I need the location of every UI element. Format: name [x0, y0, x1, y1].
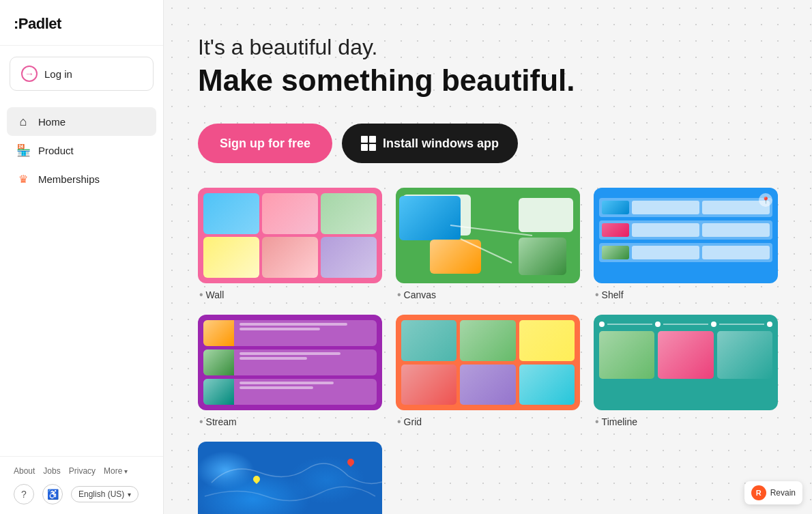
- wall-tile: [321, 237, 377, 278]
- wall-tile: [262, 237, 318, 278]
- language-button[interactable]: English (US) ▾: [71, 486, 139, 502]
- grid-cell: [519, 320, 575, 361]
- stream-text-area: [237, 349, 377, 375]
- stream-card-image: [203, 320, 234, 346]
- house-icon: [16, 115, 30, 128]
- stream-label: Stream: [198, 416, 382, 428]
- timeline-card: [717, 331, 772, 379]
- footer-links: About Jobs Privacy More ▾: [14, 466, 149, 476]
- shelf-preview: 📍: [594, 188, 778, 283]
- sidebar-item-memberships[interactable]: ♛ Memberships: [7, 165, 156, 193]
- stream-preview: [198, 315, 382, 410]
- stream-text-line: [240, 357, 307, 360]
- jobs-link[interactable]: Jobs: [43, 466, 60, 476]
- timeline-dot: [599, 322, 605, 327]
- hero-subtitle: It's a beautiful day.: [198, 34, 778, 60]
- language-label: English (US): [78, 489, 124, 499]
- stream-text-area: [237, 320, 377, 346]
- shelf-row: [599, 198, 772, 217]
- install-label: Install windows app: [383, 137, 499, 151]
- about-link[interactable]: About: [14, 466, 35, 476]
- stream-card-image: [203, 349, 234, 375]
- canvas-label: Canvas: [396, 289, 580, 301]
- grid-cell: [401, 365, 456, 405]
- app-logo: :Padlet: [14, 15, 61, 32]
- accessibility-button[interactable]: ♿: [42, 484, 63, 504]
- wall-tile: [203, 193, 259, 234]
- crown-icon: ♛: [16, 172, 30, 186]
- timeline-dot: [767, 322, 772, 327]
- shelf-row: [599, 243, 772, 262]
- login-label: Log in: [44, 68, 72, 80]
- shelf-card: [632, 201, 699, 214]
- grid-cell: [460, 320, 515, 361]
- sidebar-label-home: Home: [38, 116, 66, 128]
- grid-cell: [460, 365, 515, 405]
- timeline-dot: [711, 322, 716, 327]
- map-svg: [198, 442, 382, 514]
- chevron-down-icon: ▾: [128, 491, 131, 498]
- layout-card-wall[interactable]: Wall: [198, 188, 382, 301]
- revain-label: Revain: [770, 488, 796, 498]
- more-label: More: [104, 466, 122, 476]
- stream-card: [203, 320, 377, 346]
- sidebar: :Padlet → Log in Home 🏪 Product ♛ Member…: [0, 0, 164, 514]
- layout-card-canvas[interactable]: Canvas: [396, 188, 580, 301]
- layouts-grid: Wall Canvas: [198, 188, 778, 514]
- timeline-line: [663, 324, 708, 325]
- layout-card-grid[interactable]: Grid: [396, 315, 580, 428]
- stream-text-line: [240, 386, 313, 389]
- stream-card: [203, 379, 377, 405]
- stream-text-line: [240, 323, 347, 326]
- revain-badge[interactable]: R Revain: [744, 481, 802, 504]
- shelf-card-image: [602, 201, 629, 214]
- privacy-link[interactable]: Privacy: [69, 466, 96, 476]
- signup-button[interactable]: Sign up for free: [198, 124, 332, 163]
- sidebar-label-memberships: Memberships: [38, 173, 100, 185]
- svg-line-1: [461, 239, 512, 263]
- layout-card-shelf[interactable]: 📍 Shelf: [594, 188, 778, 301]
- wall-label: Wall: [198, 289, 382, 301]
- stream-text-area: [237, 379, 377, 405]
- shelf-card: [632, 223, 699, 237]
- shelf-label: Shelf: [594, 289, 778, 301]
- windows-icon: [361, 136, 376, 151]
- revain-icon: R: [751, 485, 766, 500]
- shelf-card: [702, 246, 770, 259]
- timeline-line: [607, 324, 652, 325]
- logo-area: :Padlet: [0, 0, 163, 46]
- wall-tile: [321, 193, 377, 234]
- timeline-label: Timeline: [594, 416, 778, 428]
- more-button[interactable]: More ▾: [104, 466, 128, 476]
- shelf-card: [632, 246, 699, 259]
- sidebar-item-home[interactable]: Home: [7, 107, 156, 136]
- grid-label: Grid: [396, 416, 580, 428]
- hero-section: It's a beautiful day. Make something bea…: [198, 34, 778, 99]
- login-button[interactable]: → Log in: [10, 57, 154, 91]
- shelf-row: [599, 220, 772, 240]
- canvas-connector: [396, 188, 580, 283]
- stream-card: [203, 349, 377, 375]
- sidebar-footer: About Jobs Privacy More ▾ ? ♿ English (U…: [0, 456, 163, 514]
- wall-preview: [198, 188, 382, 283]
- layout-card-timeline[interactable]: Timeline: [594, 315, 778, 428]
- timeline-dot: [655, 322, 661, 327]
- install-button[interactable]: Install windows app: [342, 124, 518, 163]
- person-icon: ♿: [47, 489, 59, 500]
- stream-card-image: [203, 379, 234, 405]
- grid-cell: [519, 365, 575, 405]
- timeline-preview: [594, 315, 778, 410]
- layout-card-stream[interactable]: Stream: [198, 315, 382, 428]
- sidebar-item-product[interactable]: 🏪 Product: [7, 136, 156, 165]
- timeline-line: [719, 324, 764, 325]
- question-icon: ?: [21, 489, 27, 500]
- stream-text-line: [240, 382, 334, 384]
- timeline-card: [658, 331, 713, 379]
- shelf-card: [702, 223, 770, 237]
- svg-line-0: [450, 225, 532, 235]
- shelf-card-image: [602, 246, 629, 259]
- layout-card-map[interactable]: Map: [198, 442, 382, 514]
- grid-preview: [396, 315, 580, 410]
- hero-title: Make something beautiful.: [198, 63, 778, 99]
- help-button[interactable]: ?: [14, 484, 34, 504]
